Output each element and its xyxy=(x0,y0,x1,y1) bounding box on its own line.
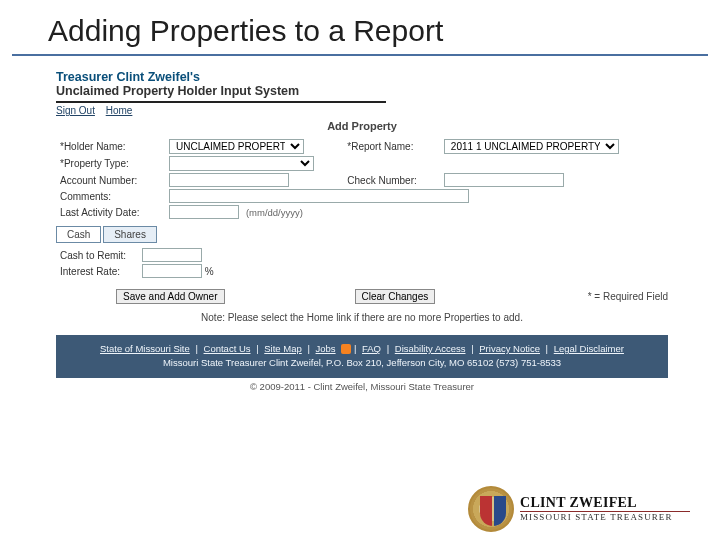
comments-label: Comments: xyxy=(56,188,165,204)
footer-link-jobs[interactable]: Jobs xyxy=(316,343,336,354)
report-name-select[interactable]: 2011 1 UNCLAIMED PROPERTY xyxy=(444,139,619,154)
percent-symbol: % xyxy=(205,266,214,277)
last-activity-input[interactable] xyxy=(169,205,239,219)
footer-link-contact[interactable]: Contact Us xyxy=(204,343,251,354)
interest-rate-input[interactable] xyxy=(142,264,202,278)
cash-panel: Cash to Remit: Interest Rate: % xyxy=(56,247,668,279)
button-row: Save and Add Owner Clear Changes * = Req… xyxy=(56,289,668,304)
tab-shares[interactable]: Shares xyxy=(103,226,157,243)
tab-bar: Cash Shares xyxy=(56,226,668,243)
app-header-line2: Unclaimed Property Holder Input System xyxy=(56,84,668,98)
comments-input[interactable] xyxy=(169,189,469,203)
logo-text: CLINT ZWEIFEL MISSOURI STATE TREASURER xyxy=(520,496,690,522)
holder-name-select[interactable]: UNCLAIMED PROPERTY xyxy=(169,139,304,154)
footer-copyright: © 2009-2011 - Clint Zweifel, Missouri St… xyxy=(56,381,668,392)
logo-subtitle: MISSOURI STATE TREASURER xyxy=(520,513,690,522)
last-activity-label: Last Activity Date: xyxy=(56,204,165,220)
home-link[interactable]: Home xyxy=(106,105,133,116)
footer-bar: State of Missouri Site | Contact Us | Si… xyxy=(56,335,668,378)
slide-title: Adding Properties to a Report xyxy=(0,0,720,54)
account-number-label: Account Number: xyxy=(56,172,165,188)
footer-address: Missouri State Treasurer Clint Zweifel, … xyxy=(60,356,664,370)
check-number-input[interactable] xyxy=(444,173,564,187)
logo-name: CLINT ZWEIFEL xyxy=(520,496,690,510)
app-area: Treasurer Clint Zweifel's Unclaimed Prop… xyxy=(56,70,668,392)
form-table: *Holder Name: UNCLAIMED PROPERTY *Report… xyxy=(56,138,668,220)
logo-bar: CLINT ZWEIFEL MISSOURI STATE TREASURER xyxy=(468,486,690,532)
interest-rate-label: Interest Rate: xyxy=(56,263,138,279)
property-type-label: *Property Type: xyxy=(56,155,165,172)
note-text: Note: Please select the Home link if the… xyxy=(56,312,668,323)
footer-link-legal[interactable]: Legal Disclaimer xyxy=(554,343,624,354)
title-divider xyxy=(12,54,708,56)
page-subtitle: Add Property xyxy=(56,120,668,132)
app-header-line1: Treasurer Clint Zweifel's xyxy=(56,70,668,84)
date-format-hint: (mm/dd/yyyy) xyxy=(246,207,303,218)
signout-link[interactable]: Sign Out xyxy=(56,105,95,116)
footer-link-state[interactable]: State of Missouri Site xyxy=(100,343,190,354)
clear-changes-button[interactable]: Clear Changes xyxy=(355,289,436,304)
rss-icon[interactable] xyxy=(341,344,351,354)
cash-remit-input[interactable] xyxy=(142,248,202,262)
save-add-owner-button[interactable]: Save and Add Owner xyxy=(116,289,225,304)
check-number-label: Check Number: xyxy=(343,172,440,188)
property-type-select[interactable] xyxy=(169,156,314,171)
header-divider xyxy=(56,101,386,103)
holder-name-label: *Holder Name: xyxy=(56,138,165,155)
nav-links: Sign Out Home xyxy=(56,105,668,116)
tab-cash[interactable]: Cash xyxy=(56,226,101,243)
required-note: * = Required Field xyxy=(588,291,668,302)
footer-link-disability[interactable]: Disability Access xyxy=(395,343,466,354)
report-name-label: *Report Name: xyxy=(343,138,440,155)
state-seal-icon xyxy=(468,486,514,532)
footer-link-sitemap[interactable]: Site Map xyxy=(264,343,302,354)
footer-link-privacy[interactable]: Privacy Notice xyxy=(479,343,540,354)
footer-link-faq[interactable]: FAQ xyxy=(362,343,381,354)
account-number-input[interactable] xyxy=(169,173,289,187)
footer-links: State of Missouri Site | Contact Us | Si… xyxy=(60,342,664,356)
cash-remit-label: Cash to Remit: xyxy=(56,247,138,263)
